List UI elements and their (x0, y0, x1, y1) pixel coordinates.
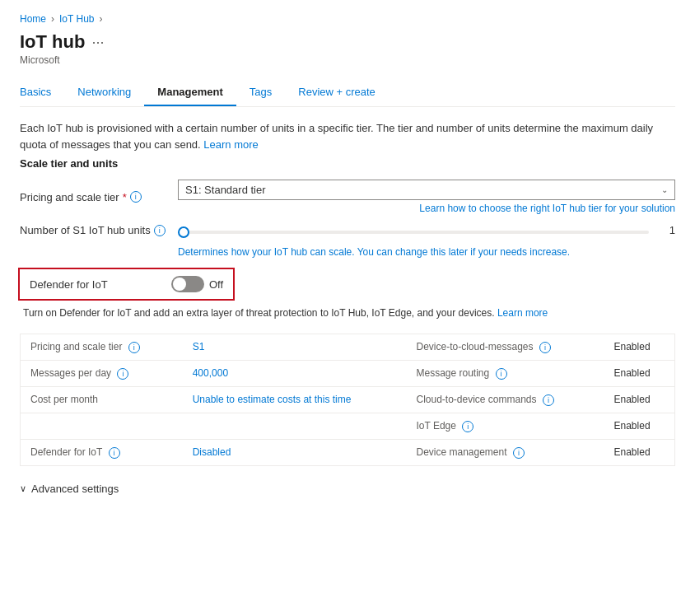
summary-info-2b[interactable]: i (496, 368, 507, 380)
advanced-settings-chevron: ∨ (20, 483, 26, 494)
defender-label: Defender for IoT (30, 278, 161, 291)
page-subtitle: Microsoft (20, 54, 675, 66)
page-container: Home › IoT Hub › IoT hub ··· Microsoft B… (0, 0, 695, 508)
table-row: IoT Edge i Enabled (21, 413, 675, 440)
summary-value-2: 400,000 (183, 361, 407, 387)
table-row: Cost per month Unable to estimate costs … (21, 387, 675, 413)
units-value: 1 (659, 224, 675, 236)
summary-info-5[interactable]: i (109, 447, 120, 459)
units-note: Determines how your IoT hub can scale. Y… (20, 246, 675, 258)
defender-toggle-track[interactable] (171, 276, 204, 292)
pricing-tier-select[interactable]: S1: Standard tier ⌄ (178, 180, 675, 200)
pricing-tier-label: Pricing and scale tier * i (20, 191, 168, 203)
pricing-tier-row: Pricing and scale tier * i S1: Standard … (20, 180, 675, 214)
table-row: Pricing and scale tier i S1 Device-to-cl… (21, 334, 675, 361)
breadcrumb: Home › IoT Hub › (20, 13, 675, 25)
summary-table: Pricing and scale tier i S1 Device-to-cl… (20, 334, 675, 466)
pricing-tier-chevron: ⌄ (661, 185, 668, 194)
pricing-tier-value: S1: Standard tier (185, 184, 266, 196)
summary-col2-label-3: Cloud-to-device commands i (406, 387, 604, 413)
summary-label: Messages per day i (21, 361, 183, 387)
tab-management[interactable]: Management (144, 79, 236, 106)
pricing-info-icon[interactable]: i (130, 191, 142, 203)
summary-info-2[interactable]: i (117, 368, 128, 380)
summary-label: Pricing and scale tier i (21, 334, 183, 361)
advanced-settings-toggle[interactable]: ∨ Advanced settings (20, 479, 675, 495)
summary-info-4b[interactable]: i (462, 421, 473, 432)
summary-col2-label-2: Message routing i (406, 361, 604, 387)
pricing-tier-learn-more[interactable]: Learn how to choose the right IoT hub ti… (178, 203, 675, 214)
tab-tags[interactable]: Tags (236, 79, 285, 106)
summary-value-1: S1 (183, 334, 407, 361)
summary-col2-value-1: Enabled (604, 334, 675, 361)
summary-col2-value-4: Enabled (604, 413, 675, 440)
breadcrumb-sep1: › (51, 13, 54, 25)
units-label: Number of S1 IoT hub units i (20, 224, 168, 236)
summary-label: Cost per month (21, 387, 183, 413)
summary-value-4a (183, 413, 407, 440)
summary-value-3: Unable to estimate costs at this time (183, 387, 407, 413)
units-slider[interactable] (178, 231, 649, 234)
summary-col2-label-4: IoT Edge i (406, 413, 604, 440)
description-learn-more[interactable]: Learn more (203, 138, 258, 151)
defender-toggle-thumb (173, 278, 186, 291)
tab-nav: Basics Networking Management Tags Review… (20, 79, 675, 107)
table-row: Messages per day i 400,000 Message routi… (21, 361, 675, 387)
summary-value-5a: Disabled (183, 440, 407, 466)
units-slider-container (178, 224, 649, 236)
ellipsis-menu[interactable]: ··· (91, 34, 104, 51)
summary-info-3b[interactable]: i (543, 394, 554, 406)
page-title: IoT hub (20, 31, 85, 53)
summary-col2-label-1: Device-to-cloud-messages i (406, 334, 604, 361)
tab-basics[interactable]: Basics (20, 79, 64, 106)
pricing-required: * (123, 191, 127, 203)
summary-col2-value-2: Enabled (604, 361, 675, 387)
summary-info-5b[interactable]: i (513, 447, 525, 459)
defender-learn-more[interactable]: Learn more (497, 307, 548, 319)
summary-info-1b[interactable]: i (539, 342, 551, 353)
defender-note: Turn on Defender for IoT and add an extr… (20, 306, 675, 320)
defender-toggle[interactable]: Off (171, 276, 223, 292)
advanced-settings-label: Advanced settings (31, 483, 119, 495)
summary-info-1[interactable]: i (128, 342, 140, 353)
tab-review-create[interactable]: Review + create (285, 79, 389, 106)
tab-networking[interactable]: Networking (64, 79, 144, 106)
summary-label-5a: Defender for IoT i (21, 440, 183, 466)
scale-section-title: Scale tier and units (20, 157, 675, 170)
defender-row: Defender for IoT Off (18, 268, 235, 301)
breadcrumb-home[interactable]: Home (20, 13, 46, 25)
breadcrumb-sep2: › (99, 13, 102, 25)
breadcrumb-iothub[interactable]: IoT Hub (59, 13, 94, 25)
summary-label-4a (21, 413, 183, 440)
summary-col2-label-5: Device management i (406, 440, 604, 466)
page-header: IoT hub ··· (20, 31, 675, 53)
summary-col2-value-3: Enabled (604, 387, 675, 413)
tab-description: Each IoT hub is provisioned with a certa… (20, 120, 675, 152)
defender-toggle-state: Off (209, 278, 223, 291)
units-info-icon[interactable]: i (154, 225, 166, 236)
summary-col2-value-5: Enabled (604, 440, 675, 466)
table-row: Defender for IoT i Disabled Device manag… (21, 440, 675, 466)
units-row: Number of S1 IoT hub units i 1 (20, 224, 675, 236)
